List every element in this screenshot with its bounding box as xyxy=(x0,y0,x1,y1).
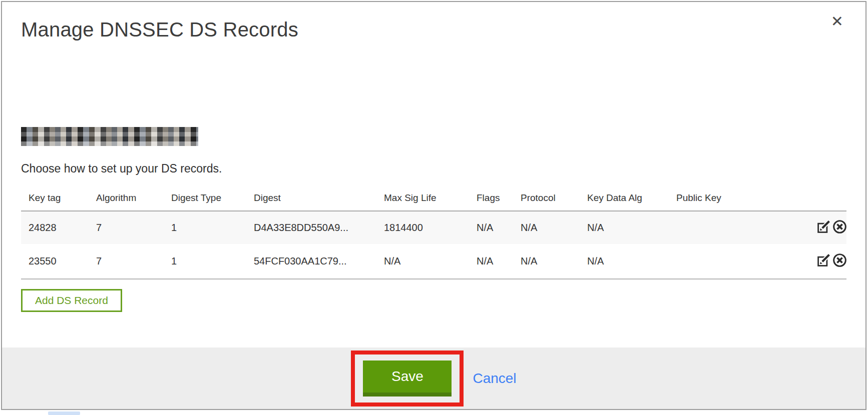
table-row: 23550 7 1 54FCF030AA1C79... N/A N/A N/A … xyxy=(21,244,846,279)
background-content-peek xyxy=(48,412,80,415)
col-header-protocol: Protocol xyxy=(513,185,580,211)
cell-algorithm: 7 xyxy=(89,211,164,244)
cell-protocol: N/A xyxy=(513,244,580,279)
cell-digest: D4A33E8DD550A9... xyxy=(246,211,376,244)
table-row: 24828 7 1 D4A33E8DD550A9... 1814400 N/A … xyxy=(21,211,846,244)
row-actions xyxy=(808,244,846,279)
col-header-digest-type: Digest Type xyxy=(164,185,246,211)
delete-record-icon[interactable] xyxy=(832,219,846,237)
col-header-actions xyxy=(808,185,846,211)
edit-record-icon[interactable] xyxy=(816,252,831,270)
cell-flags: N/A xyxy=(469,244,513,279)
redacted-domain-name xyxy=(21,127,198,146)
ds-records-table-wrap: Key tag Algorithm Digest Type Digest Max… xyxy=(21,185,846,280)
col-header-digest: Digest xyxy=(246,185,376,211)
col-header-max-sig-life: Max Sig Life xyxy=(376,185,469,211)
delete-record-icon[interactable] xyxy=(832,252,846,270)
cell-key-tag: 23550 xyxy=(21,244,89,279)
intro-text: Choose how to set up your DS records. xyxy=(21,160,865,178)
cancel-link[interactable]: Cancel xyxy=(473,370,516,386)
table-header-row: Key tag Algorithm Digest Type Digest Max… xyxy=(21,185,846,211)
cell-flags: N/A xyxy=(469,211,513,244)
col-header-key-data-alg: Key Data Alg xyxy=(580,185,669,211)
cell-algorithm: 7 xyxy=(89,244,164,279)
col-header-flags: Flags xyxy=(469,185,513,211)
cell-digest-type: 1 xyxy=(164,211,246,244)
dialog-footer: Save Cancel xyxy=(2,348,865,409)
save-button[interactable]: Save xyxy=(363,360,452,396)
cell-key-tag: 24828 xyxy=(21,211,89,244)
cell-public-key xyxy=(669,211,808,244)
col-header-algorithm: Algorithm xyxy=(89,185,164,211)
save-button-highlight-annotation: Save xyxy=(351,350,464,406)
cell-key-data-alg: N/A xyxy=(580,244,669,279)
cell-protocol: N/A xyxy=(513,211,580,244)
screen-background: ✕ Manage DNSSEC DS Records Choose how to… xyxy=(0,0,868,415)
col-header-public-key: Public Key xyxy=(669,185,808,211)
cell-public-key xyxy=(669,244,808,279)
manage-dnssec-dialog: ✕ Manage DNSSEC DS Records Choose how to… xyxy=(1,1,866,410)
ds-records-table: Key tag Algorithm Digest Type Digest Max… xyxy=(21,185,846,280)
cell-digest-type: 1 xyxy=(164,244,246,279)
edit-record-icon[interactable] xyxy=(816,219,831,237)
row-actions xyxy=(808,211,846,244)
dialog-title: Manage DNSSEC DS Records xyxy=(21,17,865,42)
cell-max-sig-life: N/A xyxy=(376,244,469,279)
cell-digest: 54FCF030AA1C79... xyxy=(246,244,376,279)
add-ds-record-button[interactable]: Add DS Record xyxy=(21,289,122,312)
cell-max-sig-life: 1814400 xyxy=(376,211,469,244)
col-header-key-tag: Key tag xyxy=(21,185,89,211)
cell-key-data-alg: N/A xyxy=(580,211,669,244)
close-icon[interactable]: ✕ xyxy=(831,14,843,29)
